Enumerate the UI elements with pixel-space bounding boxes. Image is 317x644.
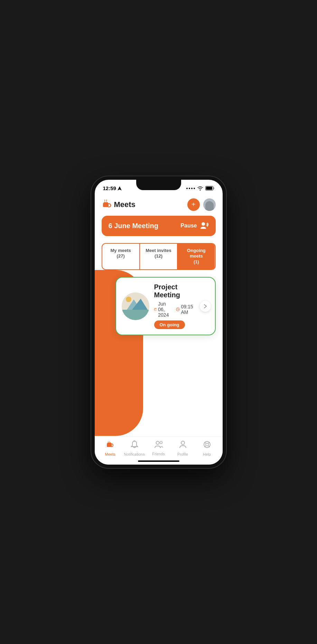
svg-rect-14 (154, 308, 157, 310)
app-header: Meets + (95, 195, 223, 216)
svg-line-20 (178, 309, 178, 310)
meets-icon (106, 440, 114, 451)
meeting-time: 09:15 AM (176, 304, 195, 315)
clock-icon (176, 307, 180, 312)
signal-dots-icon (186, 188, 195, 189)
friends-nav-label: Friends (152, 452, 165, 456)
nav-item-notifications[interactable]: Notifications (124, 440, 145, 456)
nav-item-meets[interactable]: Meets (100, 440, 121, 456)
notch (136, 180, 181, 190)
app-name-text: Meets (114, 200, 136, 209)
meeting-card[interactable]: Project Meeting Jun 06, 2024 (115, 277, 216, 335)
notifications-icon (131, 440, 138, 451)
meeting-date-text: Jun 06, 2024 (158, 301, 171, 318)
meeting-status-badge: On going (154, 320, 185, 329)
meeting-banner[interactable]: 6 June Meeting Pause (102, 216, 216, 236)
svg-point-1 (199, 189, 201, 190)
meeting-banner-title: 6 June Meeting (109, 222, 158, 230)
meets-nav-label: Meets (105, 452, 115, 456)
svg-point-28 (181, 441, 185, 445)
nav-item-profile[interactable]: Profile (173, 440, 193, 456)
svg-rect-5 (104, 202, 108, 203)
coffee-icon (102, 199, 111, 211)
svg-point-26 (156, 441, 159, 444)
svg-rect-3 (206, 187, 212, 190)
meeting-card-meta: Jun 06, 2024 09:15 AM (154, 301, 195, 318)
help-nav-label: Help (203, 452, 211, 456)
friends-icon (154, 441, 163, 450)
svg-point-27 (160, 441, 162, 444)
nav-item-help[interactable]: Help (197, 440, 217, 456)
meeting-date: Jun 06, 2024 (154, 301, 172, 318)
pause-button[interactable]: Pause (180, 222, 208, 230)
header-actions: + (187, 198, 216, 211)
status-time: 12:59 (103, 185, 122, 191)
svg-point-30 (206, 443, 208, 446)
meeting-card-arrow[interactable] (200, 301, 211, 312)
meeting-time-text: 09:15 AM (181, 304, 195, 315)
profile-nav-label: Profile (177, 452, 188, 456)
wifi-icon (197, 186, 203, 191)
help-icon (203, 440, 211, 451)
notifications-nav-label: Notifications (124, 452, 145, 456)
avatar[interactable] (203, 198, 216, 211)
tabs-container: My meets (27) Meet invites (12) Ongoing … (102, 243, 216, 270)
meeting-card-title: Project Meeting (154, 283, 195, 299)
svg-point-6 (202, 222, 205, 226)
home-indicator (138, 460, 179, 462)
pause-label: Pause (180, 223, 197, 229)
meeting-card-info: Project Meeting Jun 06, 2024 (154, 283, 195, 329)
svg-rect-4 (103, 203, 109, 207)
meeting-card-image (122, 292, 149, 320)
profile-icon (179, 440, 187, 451)
tab-my-meets[interactable]: My meets (27) (102, 244, 140, 270)
avatar-silhouette (205, 201, 214, 211)
svg-marker-0 (118, 186, 122, 190)
svg-rect-11 (122, 310, 149, 320)
tab-ongoing-meets[interactable]: Ongoing meets (1) (178, 244, 215, 270)
nav-item-friends[interactable]: Friends (148, 441, 169, 456)
calendar-icon (154, 307, 157, 312)
svg-rect-21 (107, 443, 112, 447)
chevron-right-icon (204, 304, 207, 309)
person-voice-icon (200, 222, 209, 230)
svg-point-12 (126, 297, 131, 302)
phone-frame: 12:59 (91, 176, 226, 468)
time-display: 12:59 (103, 185, 116, 191)
status-icons (186, 186, 214, 191)
content-area: Project Meeting Jun 06, 2024 (95, 270, 223, 453)
add-button[interactable]: + (187, 198, 200, 211)
svg-rect-22 (108, 442, 111, 444)
location-icon (118, 186, 122, 190)
battery-icon (205, 186, 214, 190)
tab-meet-invites[interactable]: Meet invites (12) (140, 244, 178, 270)
app-logo: Meets (102, 199, 136, 211)
